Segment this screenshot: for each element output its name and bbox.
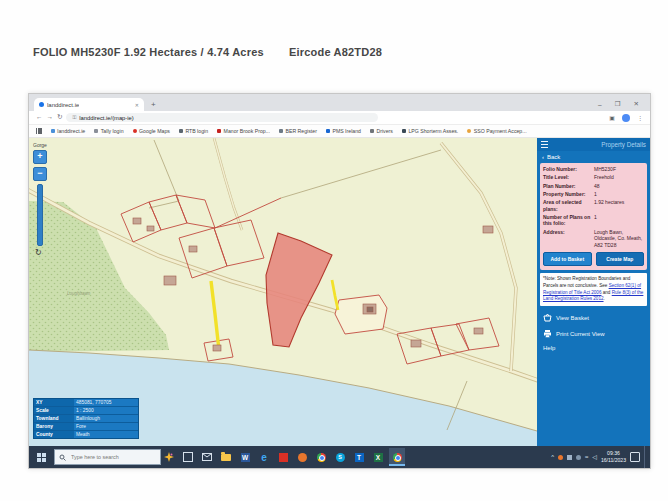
document-header: FOLIO MH5230F 1.92 Hectares / 4.74 Acres… [33, 46, 633, 58]
info-row: BaronyFore [34, 423, 138, 431]
wifi-icon[interactable]: ≈ [585, 454, 588, 460]
back-chevron-icon: ‹ [542, 154, 544, 160]
property-details-panel: Property Details ‹ Back Folio Number:MH5… [537, 138, 650, 446]
system-tray: ^ ≈ ◁ 09:36 16/11/2023 [551, 446, 648, 468]
volume-icon[interactable]: ◁ [592, 454, 597, 460]
bookmark-item[interactable]: landdirect.ie [51, 128, 85, 134]
teams-app-icon[interactable]: T [351, 448, 367, 466]
cortana-icon[interactable] [164, 452, 174, 462]
panel-title: Property Details [601, 141, 646, 148]
boundaries-disclaimer: *Note: Shown Registration Boundaries and… [540, 273, 647, 306]
profile-avatar[interactable] [622, 114, 630, 122]
reset-view-icon[interactable]: ↻ [35, 249, 49, 257]
tray-onedrive-icon[interactable] [567, 455, 572, 460]
hamburger-icon[interactable] [541, 141, 548, 148]
bookmark-item[interactable]: Drivers [370, 128, 393, 134]
info-row: Scale1 : 2500 [34, 407, 138, 415]
view-basket-item[interactable]: View Basket [537, 310, 650, 326]
tray-expand-icon[interactable]: ^ [551, 454, 554, 460]
zoom-out-button[interactable]: − [33, 167, 47, 181]
start-button[interactable] [31, 446, 51, 468]
bookmark-favicon-icon [370, 129, 374, 133]
back-icon[interactable]: ← [36, 114, 43, 121]
bookmark-favicon-icon [94, 129, 98, 133]
info-row: CountyMeath [34, 431, 138, 438]
building [147, 226, 154, 231]
edge-app-icon[interactable]: e [256, 448, 272, 466]
taskbar: W e S T X ^ ≈ ◁ 09:36 16/11/2023 [29, 446, 650, 468]
browser-menu-icon[interactable]: ⋮ [637, 114, 643, 121]
building [474, 328, 483, 334]
bookmark-item[interactable]: LPG Shorterm Asses. [402, 128, 458, 134]
window-close-button[interactable]: ✕ [634, 100, 639, 108]
back-link[interactable]: ‹ Back [537, 151, 650, 162]
tray-shield-icon[interactable] [576, 455, 581, 460]
tab-close-icon[interactable]: ✕ [135, 102, 139, 108]
taskbar-clock[interactable]: 09:36 16/11/2023 [601, 450, 626, 463]
info-row: XY485081, 770705 [34, 399, 138, 407]
basket-icon [543, 313, 552, 322]
word-app-icon[interactable]: W [237, 448, 253, 466]
add-to-basket-button[interactable]: Add to Basket [543, 252, 592, 266]
bookmark-item[interactable]: Manor Brook Prop... [217, 128, 270, 134]
reload-icon[interactable]: ↻ [57, 114, 62, 121]
map-zoom-controls: + − ↻ [33, 150, 49, 257]
bookmark-favicon-icon [326, 129, 330, 133]
zoom-in-button[interactable]: + [33, 150, 47, 164]
bookmark-item[interactable]: SSO Payment Accep... [467, 128, 526, 134]
building [164, 276, 176, 285]
browser-tabstrip: landdirect.ie ✕ + – ❐ ✕ [29, 94, 650, 111]
browser-tab[interactable]: landdirect.ie ✕ [34, 98, 144, 111]
firefox-app-icon[interactable] [294, 448, 310, 466]
print-current-view-item[interactable]: Print Current View [537, 326, 650, 342]
eircode-label: Eircode A82TD28 [289, 46, 382, 58]
windows-logo-icon [37, 453, 46, 462]
tab-favicon-icon [39, 102, 44, 107]
map-viewport[interactable]: Gorge Loughbawn + − ↻ XY485081, 770705 S… [29, 138, 537, 446]
bookmark-item[interactable]: Google Maps [133, 128, 170, 134]
file-explorer-icon[interactable] [218, 448, 234, 466]
new-tab-button[interactable]: + [151, 101, 156, 109]
url-input[interactable]: ⚿ landdirect.ie/(map-ie) [66, 113, 378, 122]
bookmark-item[interactable]: RTB login [179, 128, 208, 134]
bookmark-item[interactable]: PMS Ireland [326, 128, 361, 134]
forward-icon[interactable]: → [47, 114, 54, 121]
clock-date: 16/11/2023 [601, 457, 626, 464]
apps-grid-icon[interactable] [36, 128, 42, 134]
red-app-icon[interactable] [275, 448, 291, 466]
help-item[interactable]: Help [537, 342, 650, 355]
create-map-button[interactable]: Create Map [596, 252, 645, 266]
mail-app-icon[interactable] [199, 448, 215, 466]
skype-app-icon[interactable]: S [332, 448, 348, 466]
bookmark-item[interactable]: BER Register [279, 128, 317, 134]
window-minimize-button[interactable]: – [598, 101, 602, 108]
field-row: Title Level:Freehold [543, 174, 644, 181]
bookmark-item[interactable]: Tally login [94, 128, 123, 134]
search-input[interactable] [69, 453, 148, 461]
chrome-app-icon[interactable] [313, 448, 329, 466]
parcel-house-lot [335, 295, 387, 334]
action-center-icon[interactable] [630, 452, 640, 462]
excel-app-icon[interactable]: X [370, 448, 386, 466]
window-maximize-button[interactable]: ❐ [615, 100, 621, 108]
task-view-icon[interactable] [180, 448, 196, 466]
browser-addressbar: ← → ↻ ⚿ landdirect.ie/(map-ie) ▣ ⋮ [29, 111, 650, 125]
building [411, 340, 421, 347]
building [189, 246, 197, 252]
bookmark-favicon-icon [51, 129, 55, 133]
taskbar-apps: W e S T X [180, 448, 405, 466]
active-browser-app-icon[interactable] [389, 448, 405, 466]
extensions-icon[interactable]: ▣ [609, 114, 615, 121]
building [133, 218, 141, 224]
bookmark-favicon-icon [133, 129, 137, 133]
map-info-table: XY485081, 770705 Scale1 : 2500 TownlandB… [33, 398, 139, 439]
map-forest-label: Loughbawn [67, 291, 91, 296]
search-icon [59, 454, 66, 461]
tray-app-icon[interactable] [558, 455, 563, 460]
show-desktop-button[interactable] [644, 446, 647, 468]
taskbar-search[interactable] [54, 449, 161, 465]
zoom-slider[interactable] [37, 184, 43, 246]
url-text: landdirect.ie/(map-ie) [79, 115, 133, 121]
bookmarks-bar: landdirect.ie Tally login Google Maps RT… [29, 125, 650, 138]
panel-header: Property Details [537, 138, 650, 151]
